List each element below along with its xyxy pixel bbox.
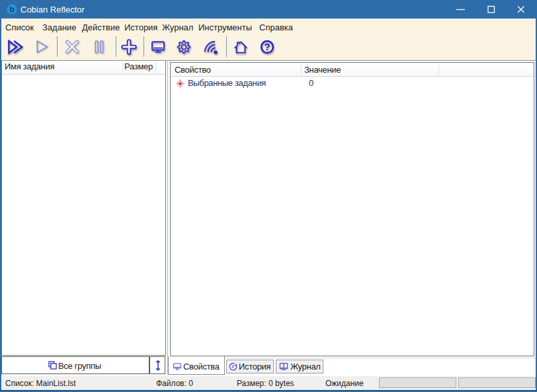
svg-text:?: ?: [264, 41, 270, 52]
